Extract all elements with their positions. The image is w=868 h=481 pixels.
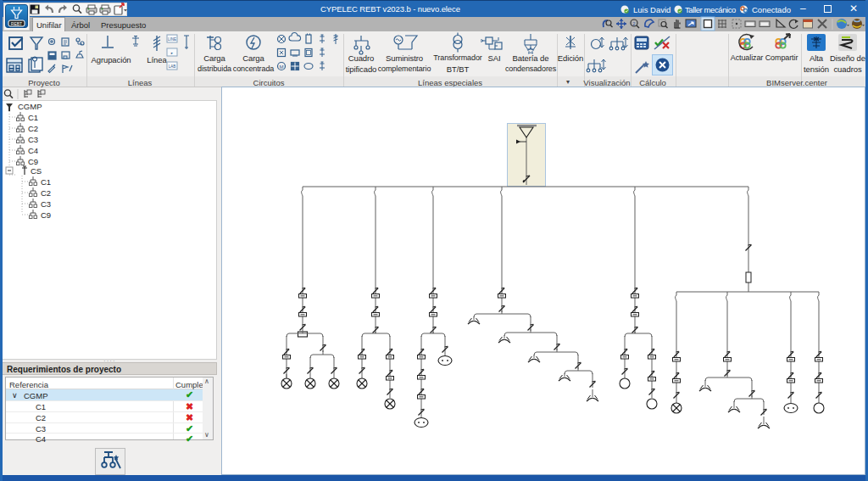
svg-text:2: 2 bbox=[633, 21, 636, 26]
svg-text:M: M bbox=[280, 64, 284, 70]
svg-text:LINE: LINE bbox=[168, 37, 176, 42]
svg-text:REBT: REBT bbox=[11, 21, 22, 26]
svg-text:LAB: LAB bbox=[169, 64, 176, 69]
